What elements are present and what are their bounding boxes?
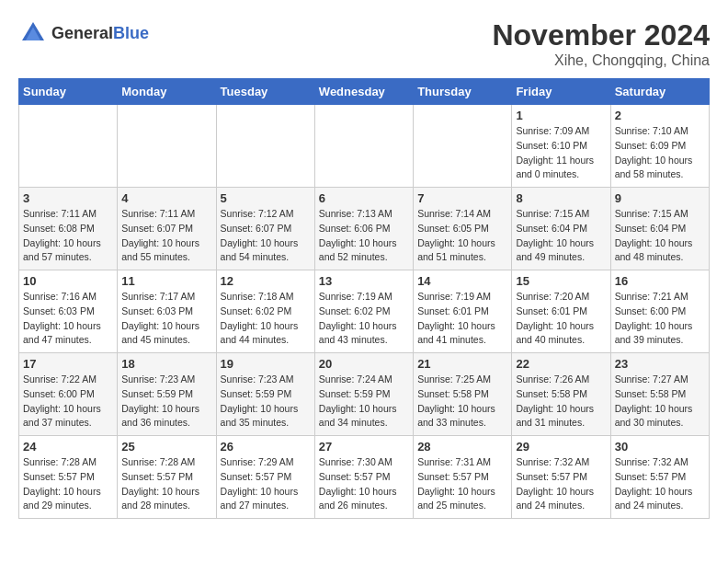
- day-info: Sunrise: 7:16 AM Sunset: 6:03 PM Dayligh…: [23, 290, 113, 348]
- day-number: 28: [417, 440, 507, 454]
- month-title: November 2024: [492, 18, 710, 52]
- day-number: 25: [121, 440, 211, 454]
- day-number: 17: [23, 357, 113, 371]
- calendar-cell: [216, 105, 314, 188]
- calendar-cell: 14Sunrise: 7:19 AM Sunset: 6:01 PM Dayli…: [414, 270, 512, 353]
- calendar-cell: 25Sunrise: 7:28 AM Sunset: 5:57 PM Dayli…: [118, 436, 216, 519]
- day-info: Sunrise: 7:26 AM Sunset: 5:58 PM Dayligh…: [516, 373, 606, 431]
- calendar-cell: 13Sunrise: 7:19 AM Sunset: 6:02 PM Dayli…: [314, 270, 413, 353]
- day-number: 12: [221, 274, 311, 288]
- day-number: 14: [417, 274, 507, 288]
- calendar-cell: 12Sunrise: 7:18 AM Sunset: 6:02 PM Dayli…: [216, 270, 314, 353]
- calendar-cell: 26Sunrise: 7:29 AM Sunset: 5:57 PM Dayli…: [216, 436, 314, 519]
- day-number: 10: [23, 274, 113, 288]
- logo: GeneralBlue: [18, 18, 149, 48]
- day-info: Sunrise: 7:30 AM Sunset: 5:57 PM Dayligh…: [319, 455, 409, 513]
- calendar-cell: 11Sunrise: 7:17 AM Sunset: 6:03 PM Dayli…: [118, 270, 216, 353]
- day-number: 15: [516, 274, 606, 288]
- day-info: Sunrise: 7:27 AM Sunset: 5:58 PM Dayligh…: [615, 373, 705, 431]
- day-info: Sunrise: 7:19 AM Sunset: 6:02 PM Dayligh…: [319, 290, 409, 348]
- calendar-cell: 16Sunrise: 7:21 AM Sunset: 6:00 PM Dayli…: [610, 270, 709, 353]
- day-number: 18: [121, 357, 211, 371]
- day-info: Sunrise: 7:22 AM Sunset: 6:00 PM Dayligh…: [23, 373, 113, 431]
- calendar-cell: [414, 105, 512, 188]
- day-number: 6: [319, 191, 409, 205]
- weekday-header: Thursday: [414, 79, 512, 105]
- day-info: Sunrise: 7:24 AM Sunset: 5:59 PM Dayligh…: [319, 373, 409, 431]
- day-info: Sunrise: 7:31 AM Sunset: 5:57 PM Dayligh…: [417, 455, 507, 513]
- calendar-cell: 20Sunrise: 7:24 AM Sunset: 5:59 PM Dayli…: [314, 353, 413, 436]
- calendar-cell: 19Sunrise: 7:23 AM Sunset: 5:59 PM Dayli…: [216, 353, 314, 436]
- day-info: Sunrise: 7:32 AM Sunset: 5:57 PM Dayligh…: [516, 455, 606, 513]
- day-info: Sunrise: 7:15 AM Sunset: 6:04 PM Dayligh…: [615, 207, 705, 265]
- day-number: 3: [23, 191, 113, 205]
- calendar-cell: 3Sunrise: 7:11 AM Sunset: 6:08 PM Daylig…: [19, 188, 118, 270]
- day-number: 9: [615, 191, 705, 205]
- logo-icon: [18, 18, 48, 48]
- weekday-header: Friday: [512, 79, 610, 105]
- weekday-header-row: SundayMondayTuesdayWednesdayThursdayFrid…: [19, 79, 710, 105]
- calendar-cell: 30Sunrise: 7:32 AM Sunset: 5:57 PM Dayli…: [610, 436, 709, 519]
- logo-text-blue: Blue: [113, 24, 149, 42]
- calendar-cell: 4Sunrise: 7:11 AM Sunset: 6:07 PM Daylig…: [118, 188, 216, 270]
- page-header: GeneralBlue November 2024 Xihe, Chongqin…: [18, 18, 710, 69]
- day-number: 23: [615, 357, 705, 371]
- calendar-cell: 7Sunrise: 7:14 AM Sunset: 6:05 PM Daylig…: [414, 188, 512, 270]
- calendar-cell: 23Sunrise: 7:27 AM Sunset: 5:58 PM Dayli…: [610, 353, 709, 436]
- day-number: 2: [615, 109, 705, 122]
- day-info: Sunrise: 7:32 AM Sunset: 5:57 PM Dayligh…: [615, 455, 705, 513]
- day-info: Sunrise: 7:21 AM Sunset: 6:00 PM Dayligh…: [615, 290, 705, 348]
- weekday-header: Sunday: [19, 79, 118, 105]
- day-info: Sunrise: 7:19 AM Sunset: 6:01 PM Dayligh…: [417, 290, 507, 348]
- calendar-cell: 24Sunrise: 7:28 AM Sunset: 5:57 PM Dayli…: [19, 436, 118, 519]
- calendar-cell: 2Sunrise: 7:10 AM Sunset: 6:09 PM Daylig…: [610, 105, 709, 188]
- calendar-cell: 28Sunrise: 7:31 AM Sunset: 5:57 PM Dayli…: [414, 436, 512, 519]
- calendar-cell: 5Sunrise: 7:12 AM Sunset: 6:07 PM Daylig…: [216, 188, 314, 270]
- day-info: Sunrise: 7:23 AM Sunset: 5:59 PM Dayligh…: [121, 373, 211, 431]
- day-info: Sunrise: 7:29 AM Sunset: 5:57 PM Dayligh…: [221, 455, 311, 513]
- day-info: Sunrise: 7:17 AM Sunset: 6:03 PM Dayligh…: [121, 290, 211, 348]
- day-number: 22: [516, 357, 606, 371]
- day-info: Sunrise: 7:12 AM Sunset: 6:07 PM Dayligh…: [221, 207, 311, 265]
- day-number: 30: [615, 440, 705, 454]
- calendar-week-row: 1Sunrise: 7:09 AM Sunset: 6:10 PM Daylig…: [19, 105, 710, 188]
- calendar-cell: 22Sunrise: 7:26 AM Sunset: 5:58 PM Dayli…: [512, 353, 610, 436]
- day-info: Sunrise: 7:14 AM Sunset: 6:05 PM Dayligh…: [417, 207, 507, 265]
- calendar-week-row: 17Sunrise: 7:22 AM Sunset: 6:00 PM Dayli…: [19, 353, 710, 436]
- day-number: 5: [221, 191, 311, 205]
- weekday-header: Saturday: [610, 79, 709, 105]
- day-info: Sunrise: 7:10 AM Sunset: 6:09 PM Dayligh…: [615, 124, 705, 182]
- day-info: Sunrise: 7:23 AM Sunset: 5:59 PM Dayligh…: [221, 373, 311, 431]
- calendar-week-row: 24Sunrise: 7:28 AM Sunset: 5:57 PM Dayli…: [19, 436, 710, 519]
- calendar-cell: 1Sunrise: 7:09 AM Sunset: 6:10 PM Daylig…: [512, 105, 610, 188]
- day-info: Sunrise: 7:28 AM Sunset: 5:57 PM Dayligh…: [23, 455, 113, 513]
- day-number: 7: [417, 191, 507, 205]
- day-number: 1: [516, 109, 606, 122]
- day-number: 27: [319, 440, 409, 454]
- weekday-header: Tuesday: [216, 79, 314, 105]
- calendar: SundayMondayTuesdayWednesdayThursdayFrid…: [18, 78, 710, 519]
- day-number: 11: [121, 274, 211, 288]
- calendar-week-row: 3Sunrise: 7:11 AM Sunset: 6:08 PM Daylig…: [19, 188, 710, 270]
- calendar-cell: 6Sunrise: 7:13 AM Sunset: 6:06 PM Daylig…: [314, 188, 413, 270]
- calendar-cell: 29Sunrise: 7:32 AM Sunset: 5:57 PM Dayli…: [512, 436, 610, 519]
- day-info: Sunrise: 7:18 AM Sunset: 6:02 PM Dayligh…: [221, 290, 311, 348]
- day-number: 26: [221, 440, 311, 454]
- calendar-cell: [19, 105, 118, 188]
- weekday-header: Monday: [118, 79, 216, 105]
- day-number: 4: [121, 191, 211, 205]
- day-info: Sunrise: 7:13 AM Sunset: 6:06 PM Dayligh…: [319, 207, 409, 265]
- day-number: 24: [23, 440, 113, 454]
- calendar-cell: 8Sunrise: 7:15 AM Sunset: 6:04 PM Daylig…: [512, 188, 610, 270]
- day-number: 13: [319, 274, 409, 288]
- day-number: 19: [221, 357, 311, 371]
- day-info: Sunrise: 7:20 AM Sunset: 6:01 PM Dayligh…: [516, 290, 606, 348]
- day-number: 16: [615, 274, 705, 288]
- day-info: Sunrise: 7:15 AM Sunset: 6:04 PM Dayligh…: [516, 207, 606, 265]
- weekday-header: Wednesday: [314, 79, 413, 105]
- logo-text-general: General: [51, 24, 113, 42]
- day-info: Sunrise: 7:25 AM Sunset: 5:58 PM Dayligh…: [417, 373, 507, 431]
- calendar-cell: [118, 105, 216, 188]
- calendar-cell: 18Sunrise: 7:23 AM Sunset: 5:59 PM Dayli…: [118, 353, 216, 436]
- day-info: Sunrise: 7:09 AM Sunset: 6:10 PM Dayligh…: [516, 124, 606, 182]
